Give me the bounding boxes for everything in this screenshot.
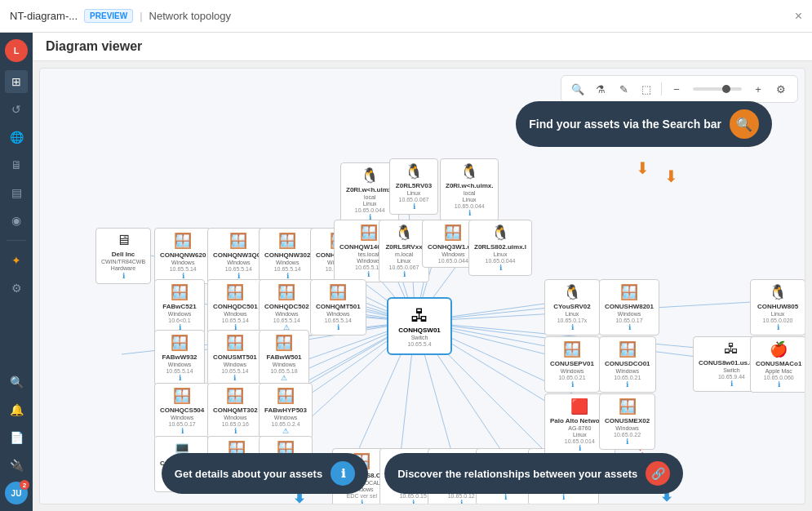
sidebar-icon-home[interactable]: ⊞ (5, 70, 28, 93)
close-button[interactable]: × (795, 9, 802, 24)
center-node[interactable]: 🖧 CONHQSW01 Switch 10.65.5.4 (387, 297, 452, 355)
filter-button[interactable]: ⚗ (591, 79, 610, 99)
node-icon: 🖥 (116, 232, 131, 249)
node-conusmac01[interactable]: 🍎 CONUSMACo1 Apple Mac 10.65.0.060 ℹ (750, 336, 805, 393)
search-tooltip-text: Find your assets via the Search bar (529, 118, 721, 131)
node-conusmex02[interactable]: 🪟 CONUSMEX02 Windows 10.65.0.22 ℹ (599, 393, 655, 450)
sidebar-icon-network[interactable]: ✦ (5, 249, 28, 272)
sidebar-icon-bell[interactable]: 🔔 (5, 398, 28, 421)
node-conusmt501[interactable]: 🪟 CONUSMT501 Windows 10.65.5.14 ℹ (207, 330, 263, 386)
relationships-tooltip-text: Discover the relationships between your … (397, 468, 637, 480)
node-conushw8201[interactable]: 🪟 CONUSHW8201 Windows 10.65.0.17 ℹ (599, 279, 659, 335)
node-fabwhyp503[interactable]: 🪟 FABwHYP503 Windows 10.65.0.2.4 ⚠ (259, 383, 313, 439)
center-node-icon: 🖧 (397, 305, 442, 327)
node-conhqdc502[interactable]: 🪟 CONHQDC502 Windows 10.65.5.14 ⚠ (259, 279, 315, 335)
node-conhqdc501[interactable]: 🪟 CONHQDC501 Windows 10.65.5.14 ℹ (207, 279, 264, 335)
search-tooltip-icon: 🔍 (730, 109, 759, 139)
sidebar-icon-search[interactable]: 🔍 (5, 371, 28, 393)
diagram-area[interactable]: 🔍 ⚗ ✎ ⬚ − + ⚙ Find your assets via the S… (39, 68, 805, 504)
search-tooltip: Find your assets via the Search bar 🔍 (516, 101, 772, 147)
sidebar-icon-globe[interactable]: 🌐 (5, 126, 28, 149)
node-fabwc521[interactable]: 🪟 FABwC521 Windows 10.6<0.1 ℹ (154, 279, 205, 335)
node-conhqnw302[interactable]: 🪟 CONHQNW302 Windows 10.65.5.14 ℹ (259, 228, 316, 284)
zoom-slider[interactable] (693, 87, 742, 91)
node-conhqmt501[interactable]: 🪟 CONHQMT501 Windows 10.65.5.14 ℹ (310, 279, 366, 335)
settings-button[interactable]: ⚙ (771, 79, 791, 99)
node-fabww932[interactable]: 🪟 FABwW932 Windows 10.65.5.14 ℹ (154, 330, 205, 386)
node-conhuw805[interactable]: 🐧 CONHUW805 Linux 10.65.0.020 ℹ (750, 279, 805, 335)
center-node-title: CONHQSW01 (397, 327, 442, 335)
sidebar-icon-circle[interactable]: ◉ (5, 209, 28, 232)
save-button[interactable]: ⬚ (637, 79, 656, 99)
sidebar: L ⊞ ↺ 🌐 🖥 ▤ ◉ ✦ ⚙ 🔍 🔔 📄 🔌 JU 2 (0, 33, 33, 511)
node-dell[interactable]: 🖥 Dell Inc CWIN/TR84CWB Hardware ℹ (95, 228, 151, 284)
node-conusdco01[interactable]: 🪟 CONUSDCO01 Windows 10.65.0.21 ℹ (599, 336, 656, 393)
details-tooltip-text: Get details about your assets (175, 468, 322, 480)
node-conusepv01[interactable]: 🪟 CONUSEPV01 Windows 10.65.0.21 ℹ (544, 336, 600, 393)
node-conhqcs504[interactable]: 🪟 CONHQCS504 Windows 10.65.0.17 ℹ (154, 383, 210, 439)
sidebar-icon-settings[interactable]: ⚙ (5, 277, 28, 300)
sidebar-bottom: 🔍 🔔 📄 🔌 JU 2 (5, 371, 28, 504)
arrow-indicator-2: ⬇ (664, 167, 678, 186)
sidebar-icon-plug[interactable]: 🔌 (5, 454, 28, 477)
node-conhqmt302[interactable]: 🪟 CONHQMT302 Windows 10.65.0.16 ℹ (207, 383, 264, 439)
details-tooltip[interactable]: Get details about your assets ℹ (162, 453, 368, 494)
notification-badge: 2 (20, 480, 29, 490)
node-fabww501[interactable]: 🪟 FABwW501 Windows 10.65.5.18 ⚠ (259, 330, 309, 386)
content-header: Diagram viewer (33, 33, 812, 61)
content-area: Diagram viewer (33, 33, 812, 511)
zoom-in-button[interactable]: + (748, 79, 768, 99)
user-avatar-bottom[interactable]: JU 2 (5, 482, 28, 504)
search-button[interactable]: 🔍 (568, 79, 588, 99)
relationships-tooltip[interactable]: Discover the relationships between your … (384, 453, 683, 494)
tab-title: NT-diagram-... (10, 10, 78, 22)
link-icon: 🔗 (646, 461, 670, 486)
arrow-indicator-1: ⬇ (636, 158, 650, 178)
node-z0rl-linux-4[interactable]: 🐧 Z0RLS802.uimx.l Linux 10.65.0.044 ℹ (468, 220, 532, 276)
preview-badge: PREVIEW (84, 9, 133, 23)
sidebar-icon-monitor[interactable]: 🖥 (5, 153, 28, 176)
diagram-toolbar: 🔍 ⚗ ✎ ⬚ − + ⚙ (561, 75, 798, 103)
info-icon: ℹ (331, 461, 355, 486)
center-node-ip: 10.65.5.4 (397, 341, 442, 347)
toolbar-separator (661, 82, 662, 96)
node-z0rl-linux-2[interactable]: 🐧 Z0RL5RV03 Linux 10.65.0.067 ℹ (389, 158, 438, 215)
top-bar: NT-diagram-... PREVIEW | Network topolog… (0, 0, 812, 33)
main-layout: L ⊞ ↺ 🌐 🖥 ▤ ◉ ✦ ⚙ 🔍 🔔 📄 🔌 JU 2 Diagram v… (0, 33, 812, 511)
sidebar-icon-doc[interactable]: 📄 (5, 426, 28, 449)
sidebar-icon-layers[interactable]: ▤ (5, 181, 28, 204)
node-cyousrv02[interactable]: 🐧 CYouSRV02 Linux 10.65.0.17x ℹ (544, 279, 600, 335)
page-title: Diagram viewer (46, 39, 799, 54)
sidebar-icon-refresh[interactable]: ↺ (5, 98, 28, 121)
node-conhqnw620[interactable]: 🪟 CONHQNW620 Windows 10.65.5.14 ℹ (154, 228, 211, 284)
tab-separator: | (140, 10, 142, 22)
edit-button[interactable]: ✎ (614, 79, 633, 99)
node-z0rl-linux-3[interactable]: 🐧 Z0Rl.w<h.uimx. local Linux 10.65.0.044… (440, 158, 499, 221)
user-avatar-top[interactable]: L (5, 39, 28, 62)
sidebar-separator (7, 240, 26, 241)
center-node-sub: Switch (397, 335, 442, 341)
zoom-knob (722, 85, 730, 93)
bottom-tooltips: Get details about your assets ℹ Discover… (40, 453, 805, 494)
zoom-out-button[interactable]: − (667, 79, 686, 99)
topology-label: Network topology (149, 10, 231, 22)
